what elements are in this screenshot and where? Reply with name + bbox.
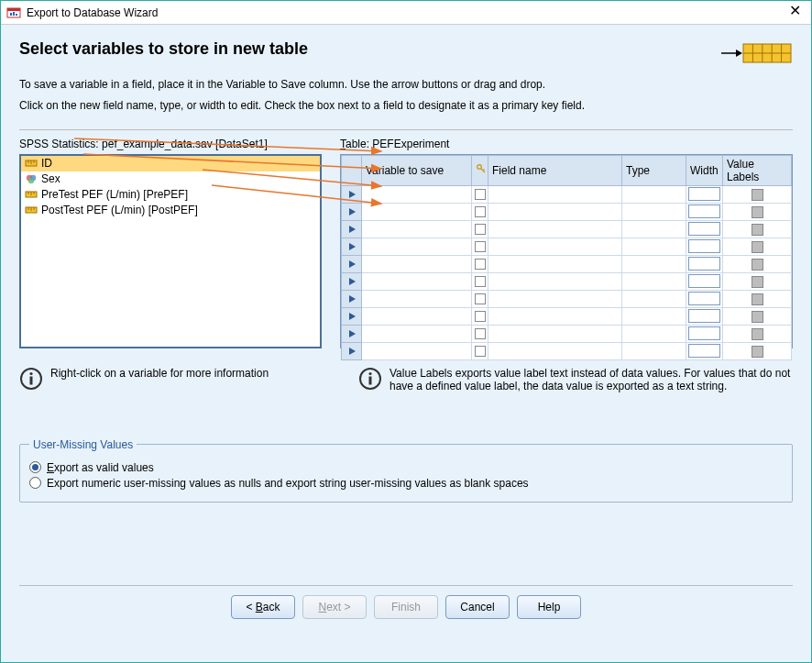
- cell-field-name[interactable]: [488, 290, 622, 307]
- cell-primary-key[interactable]: [472, 220, 488, 238]
- cell-primary-key[interactable]: [472, 290, 488, 307]
- cell-value-labels[interactable]: [723, 342, 792, 359]
- variable-row[interactable]: Sex: [21, 171, 320, 187]
- cell-type[interactable]: [622, 325, 686, 342]
- cell-primary-key[interactable]: [472, 255, 488, 272]
- cell-field-name[interactable]: [488, 185, 622, 203]
- radio-export-nulls[interactable]: Export numeric user-missing values as nu…: [29, 477, 783, 490]
- row-move-button[interactable]: [342, 185, 362, 203]
- table-row[interactable]: [342, 342, 792, 359]
- table-row[interactable]: [342, 255, 792, 272]
- cell-variable-to-save[interactable]: [362, 342, 472, 359]
- cell-value-labels[interactable]: [723, 290, 792, 307]
- cell-type[interactable]: [622, 203, 686, 220]
- col-variable-to-save[interactable]: Variable to save: [362, 155, 472, 185]
- cell-primary-key[interactable]: [472, 272, 488, 290]
- cell-primary-key[interactable]: [472, 238, 488, 255]
- cell-width[interactable]: [686, 342, 723, 359]
- cell-variable-to-save[interactable]: [362, 220, 472, 238]
- width-input[interactable]: [688, 344, 720, 358]
- cell-field-name[interactable]: [488, 272, 622, 290]
- cell-primary-key[interactable]: [472, 325, 488, 342]
- cell-variable-to-save[interactable]: [362, 185, 472, 203]
- col-width[interactable]: Width: [686, 155, 723, 185]
- cell-primary-key[interactable]: [472, 203, 488, 220]
- col-key[interactable]: [472, 155, 488, 185]
- cell-value-labels[interactable]: [723, 185, 792, 203]
- cell-type[interactable]: [622, 342, 686, 359]
- variable-row[interactable]: PreTest PEF (L/min) [PrePEF]: [21, 187, 320, 203]
- cell-variable-to-save[interactable]: [362, 272, 472, 290]
- cell-width[interactable]: [686, 325, 723, 342]
- cell-value-labels[interactable]: [723, 272, 792, 290]
- back-button[interactable]: < Back: [231, 595, 295, 619]
- cell-field-name[interactable]: [488, 203, 622, 220]
- fields-table[interactable]: Variable to save Field name Type: [340, 154, 793, 348]
- table-row[interactable]: [342, 220, 792, 238]
- close-button[interactable]: ✕: [784, 2, 806, 24]
- variable-list[interactable]: IDSexPreTest PEF (L/min) [PrePEF]PostTes…: [19, 154, 322, 348]
- cell-type[interactable]: [622, 220, 686, 238]
- cell-type[interactable]: [622, 238, 686, 255]
- row-move-button[interactable]: [342, 325, 362, 342]
- cell-value-labels[interactable]: [723, 238, 792, 255]
- row-move-button[interactable]: [342, 342, 362, 359]
- cell-type[interactable]: [622, 290, 686, 307]
- width-input[interactable]: [688, 222, 720, 236]
- table-row[interactable]: [342, 185, 792, 203]
- width-input[interactable]: [688, 309, 720, 323]
- cell-value-labels[interactable]: [723, 220, 792, 238]
- row-move-button[interactable]: [342, 203, 362, 220]
- cell-width[interactable]: [686, 203, 723, 220]
- width-input[interactable]: [688, 204, 720, 218]
- cell-width[interactable]: [686, 255, 723, 272]
- col-field-name[interactable]: Field name: [488, 155, 622, 185]
- width-input[interactable]: [688, 292, 720, 305]
- cell-variable-to-save[interactable]: [362, 325, 472, 342]
- cell-primary-key[interactable]: [472, 185, 488, 203]
- cell-field-name[interactable]: [488, 255, 622, 272]
- table-row[interactable]: [342, 290, 792, 307]
- cell-variable-to-save[interactable]: [362, 238, 472, 255]
- cell-field-name[interactable]: [488, 220, 622, 238]
- cell-width[interactable]: [686, 290, 723, 307]
- cell-width[interactable]: [686, 272, 723, 290]
- cell-variable-to-save[interactable]: [362, 203, 472, 220]
- variable-row[interactable]: PostTest PEF (L/min) [PostPEF]: [21, 203, 320, 218]
- row-move-button[interactable]: [342, 290, 362, 307]
- cell-type[interactable]: [622, 307, 686, 325]
- col-value-labels[interactable]: Value Labels: [723, 155, 792, 185]
- cell-variable-to-save[interactable]: [362, 255, 472, 272]
- cell-field-name[interactable]: [488, 307, 622, 325]
- cell-primary-key[interactable]: [472, 307, 488, 325]
- variable-row[interactable]: ID: [21, 156, 320, 171]
- cell-field-name[interactable]: [488, 342, 622, 359]
- col-type[interactable]: Type: [622, 155, 686, 185]
- cell-type[interactable]: [622, 255, 686, 272]
- width-input[interactable]: [688, 239, 720, 253]
- row-move-button[interactable]: [342, 272, 362, 290]
- table-row[interactable]: [342, 203, 792, 220]
- cancel-button[interactable]: Cancel: [445, 595, 510, 619]
- table-row[interactable]: [342, 325, 792, 342]
- cell-value-labels[interactable]: [723, 203, 792, 220]
- radio-export-valid[interactable]: Export as valid values: [29, 461, 783, 474]
- table-row[interactable]: [342, 238, 792, 255]
- width-input[interactable]: [688, 326, 720, 340]
- width-input[interactable]: [688, 274, 720, 288]
- cell-value-labels[interactable]: [723, 255, 792, 272]
- width-input[interactable]: [688, 187, 720, 201]
- cell-width[interactable]: [686, 185, 723, 203]
- row-move-button[interactable]: [342, 220, 362, 238]
- cell-value-labels[interactable]: [723, 325, 792, 342]
- cell-type[interactable]: [622, 185, 686, 203]
- help-button[interactable]: Help: [517, 595, 581, 619]
- cell-type[interactable]: [622, 272, 686, 290]
- row-move-button[interactable]: [342, 307, 362, 325]
- table-row[interactable]: [342, 307, 792, 325]
- width-input[interactable]: [688, 257, 720, 271]
- cell-field-name[interactable]: [488, 325, 622, 342]
- row-move-button[interactable]: [342, 255, 362, 272]
- cell-width[interactable]: [686, 307, 723, 325]
- cell-primary-key[interactable]: [472, 342, 488, 359]
